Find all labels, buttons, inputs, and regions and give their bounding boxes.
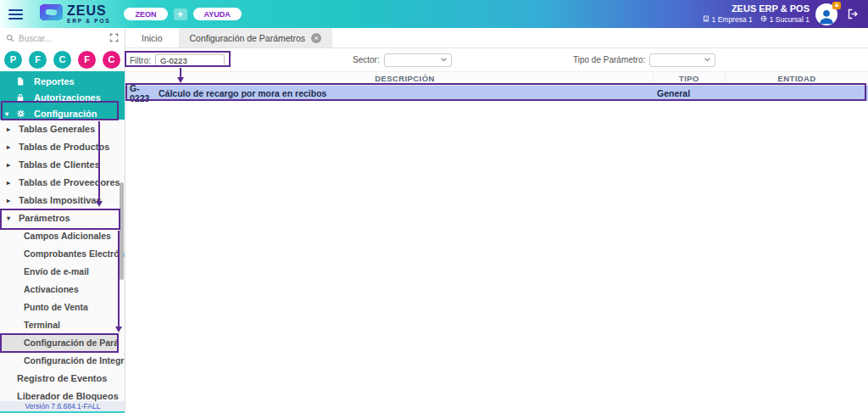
sidebar-item-configuracion-de-integraciones[interactable]: Configuración de Integraciones <box>0 352 125 370</box>
user-org-block: ZEUS ERP & POS 1 Empresa 1 <box>703 3 810 24</box>
building-icon <box>703 15 709 25</box>
sidebar-item-tablas-de-clientes[interactable]: ▸Tablas de Clientes <box>0 156 125 174</box>
filtro-input[interactable] <box>155 53 225 66</box>
sidebar-item-parametros[interactable]: ▾Parámetros <box>0 209 125 227</box>
expand-icon[interactable] <box>109 31 119 46</box>
column-header-descripcion[interactable]: DESCRIPCIÓN <box>157 74 653 83</box>
logo-title: ZEUS <box>67 4 110 18</box>
favorite-circle-f1[interactable]: F <box>29 51 47 69</box>
favorites-row: P F C F C <box>0 48 125 71</box>
zeon-button[interactable]: ZEON <box>124 8 167 20</box>
caret-right-icon: ▸ <box>7 192 10 209</box>
filter-row: Filtro: Sector: Tipo de Parámetro: <box>125 48 868 71</box>
report-icon <box>16 77 25 87</box>
filtro-label: Filtro: <box>130 55 151 64</box>
hamburger-menu-icon[interactable] <box>8 9 23 20</box>
caret-down-icon: ▾ <box>5 110 8 118</box>
chevron-down-icon <box>440 55 448 64</box>
table-row[interactable]: G-0223 Cálculo de recargo por mora en re… <box>125 86 868 101</box>
favorite-circle-p[interactable]: P <box>4 51 22 69</box>
main-content: Inicio Configuración de Parámetros × Fil… <box>125 28 868 413</box>
tipo-parametro-group: Tipo de Parámetro: <box>573 53 715 67</box>
sidebar: P F C F C Reportes <box>0 28 125 413</box>
app-window: ZEUS ERP & POS ZEON + AYUDA ZEUS ERP & P… <box>0 0 868 413</box>
lock-badge-icon <box>832 2 841 9</box>
logout-icon[interactable] <box>847 8 860 20</box>
add-button[interactable]: + <box>174 8 187 20</box>
logo-subtitle: ERP & POS <box>67 19 110 25</box>
column-header-entidad[interactable]: ENTIDAD <box>725 72 868 85</box>
sidebar-tree: ▸Tablas Generales ▸Tablas de Productos ▸… <box>0 120 125 405</box>
sidebar-item-autorizaciones[interactable]: ▾ Autorizaciones <box>0 90 125 105</box>
sector-group: Sector: <box>353 53 452 67</box>
sidebar-item-tablas-generales[interactable]: ▸Tablas Generales <box>0 120 125 138</box>
tipo-parametro-select[interactable] <box>649 53 715 67</box>
lock-icon <box>16 93 25 103</box>
close-tab-icon[interactable]: × <box>311 33 321 43</box>
sidebar-item-tablas-de-productos[interactable]: ▸Tablas de Productos <box>0 138 125 156</box>
user-avatar[interactable] <box>815 3 837 25</box>
favorite-circle-c2[interactable]: C <box>103 51 120 69</box>
caret-right-icon: ▸ <box>7 138 10 156</box>
column-header-tipo[interactable]: TIPO <box>653 72 725 85</box>
ayuda-button[interactable]: AYUDA <box>193 8 242 20</box>
sidebar-item-envio-de-email[interactable]: Envío de e-mail <box>0 263 125 281</box>
caret-right-icon: ▸ <box>7 174 10 192</box>
sidebar-search-row <box>0 28 125 48</box>
tab-inicio[interactable]: Inicio <box>125 28 179 47</box>
caret-down-icon: ▾ <box>7 209 10 227</box>
tipo-parametro-label: Tipo de Parámetro: <box>573 55 645 64</box>
sidebar-search-input[interactable] <box>19 34 105 43</box>
sidebar-item-registro-de-eventos[interactable]: Registro de Eventos <box>0 370 125 388</box>
tab-configuracion-de-parametros[interactable]: Configuración de Parámetros × <box>179 28 333 47</box>
caret-right-icon: ▸ <box>7 120 10 138</box>
tab-bar: Inicio Configuración de Parámetros × <box>125 28 868 48</box>
sector-select[interactable] <box>384 53 452 67</box>
favorite-circle-c1[interactable]: C <box>53 51 71 69</box>
table-header: DESCRIPCIÓN TIPO ENTIDAD <box>125 71 868 86</box>
gear-icon <box>16 109 25 119</box>
sidebar-item-campos-adicionales[interactable]: Campos Adicionales <box>0 227 125 245</box>
row-descripcion: Cálculo de recargo por mora en recibos <box>157 88 653 98</box>
row-tipo: General <box>653 88 725 98</box>
sidebar-item-configuracion-de-parametros[interactable]: Configuración de Parámetros <box>0 334 119 352</box>
pinned-menu: Reportes ▾ Autorizaciones ▾ <box>0 71 125 120</box>
search-icon <box>6 31 14 46</box>
sucursal-selector[interactable]: 1 Sucursal 1 <box>760 15 810 25</box>
zeus-logo: ZEUS ERP & POS <box>40 3 110 25</box>
empresa-selector[interactable]: 1 Empresa 1 <box>703 15 753 25</box>
sidebar-item-punto-de-venta[interactable]: Punto de Venta <box>0 299 125 316</box>
sidebar-item-reportes[interactable]: Reportes <box>0 74 125 89</box>
sidebar-item-tablas-impositivas[interactable]: ▸Tablas Impositivas <box>0 192 125 209</box>
favorite-circle-f2[interactable]: F <box>78 51 96 69</box>
sidebar-item-configuracion[interactable]: ▾ Configuración <box>0 106 125 121</box>
sidebar-item-comprobantes-electronicos[interactable]: Comprobantes Electrónicos <box>0 245 125 263</box>
top-header: ZEUS ERP & POS ZEON + AYUDA ZEUS ERP & P… <box>0 0 868 28</box>
zeus-logo-icon <box>40 3 63 25</box>
sector-label: Sector: <box>353 55 380 64</box>
sidebar-item-terminal[interactable]: Terminal <box>0 316 125 334</box>
sidebar-scrollbar[interactable] <box>120 182 124 280</box>
row-code: G-0223 <box>125 83 157 103</box>
caret-right-icon: ▸ <box>7 156 10 174</box>
app-name: ZEUS ERP & POS <box>703 3 810 15</box>
sidebar-item-activaciones[interactable]: Activaciones <box>0 281 125 299</box>
version-label: Versión 7.6.684.1-FALL <box>0 401 125 413</box>
globe-icon <box>760 15 767 25</box>
sidebar-item-tablas-de-proveedores[interactable]: ▸Tablas de Proveedores <box>0 174 125 192</box>
filtro-group: Filtro: <box>130 53 225 66</box>
chevron-down-icon <box>704 55 711 64</box>
